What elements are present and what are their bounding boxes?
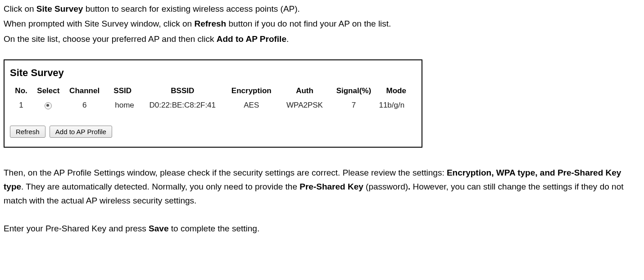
col-header-bssid: BSSID bbox=[141, 84, 225, 98]
spacer bbox=[4, 209, 640, 221]
col-header-select: Select bbox=[32, 84, 64, 98]
instruction-paragraph-3: Enter your Pre-Shared Key and press Save… bbox=[4, 221, 640, 235]
col-header-ssid: SSID bbox=[105, 84, 141, 98]
instruction-line-3: On the site list, choose your preferred … bbox=[4, 32, 640, 46]
col-header-no: No. bbox=[10, 84, 32, 98]
text: . bbox=[286, 34, 289, 44]
instruction-paragraph-2: Then, on the AP Profile Settings window,… bbox=[4, 166, 640, 208]
table-header-row: No. Select Channel SSID BSSID Encryption… bbox=[10, 84, 416, 98]
cell-ssid: home bbox=[105, 98, 141, 113]
text-bold: Add to AP Profile bbox=[217, 34, 286, 44]
site-survey-table: No. Select Channel SSID BSSID Encryption… bbox=[10, 84, 416, 113]
text: button to search for existing wireless a… bbox=[83, 4, 300, 14]
text-bold: Pre-Shared Key bbox=[299, 182, 363, 191]
col-header-mode: Mode bbox=[376, 84, 416, 98]
cell-signal: 7 bbox=[331, 98, 376, 113]
col-header-signal: Signal(%) bbox=[331, 84, 376, 98]
text: (password) bbox=[363, 182, 408, 191]
col-header-encryption: Encryption bbox=[225, 84, 278, 98]
text-bold: Refresh bbox=[194, 19, 226, 28]
cell-encryption: AES bbox=[225, 98, 278, 113]
cell-select bbox=[32, 98, 64, 113]
text: . They are automatically detected. Norma… bbox=[21, 182, 299, 191]
refresh-button[interactable]: Refresh bbox=[10, 126, 45, 138]
text: button if you do not find your AP on the… bbox=[226, 19, 391, 28]
text-bold: Site Survey bbox=[36, 4, 83, 14]
col-header-auth: Auth bbox=[278, 84, 331, 98]
add-to-ap-profile-button[interactable]: Add to AP Profile bbox=[50, 126, 112, 138]
text: On the site list, choose your preferred … bbox=[4, 34, 217, 44]
cell-mode: 11b/g/n bbox=[376, 98, 416, 113]
instruction-line-1: Click on Site Survey button to search fo… bbox=[4, 2, 640, 16]
cell-auth: WPA2PSK bbox=[278, 98, 331, 113]
site-survey-title: Site Survey bbox=[10, 65, 416, 81]
table-row: 1 6 home D0:22:BE:C8:2F:41 AES WPA2PSK 7… bbox=[10, 98, 416, 113]
col-header-channel: Channel bbox=[64, 84, 105, 98]
cell-channel: 6 bbox=[64, 98, 105, 113]
text: When prompted with Site Survey window, c… bbox=[4, 19, 194, 28]
text-bold: Save bbox=[149, 224, 168, 233]
text: Enter your Pre-Shared Key and press bbox=[4, 224, 149, 233]
text: Click on bbox=[4, 4, 36, 14]
cell-no: 1 bbox=[10, 98, 32, 113]
instruction-line-2: When prompted with Site Survey window, c… bbox=[4, 17, 640, 31]
button-row: Refresh Add to AP Profile bbox=[10, 124, 416, 138]
site-survey-panel: Site Survey No. Select Channel SSID BSSI… bbox=[4, 59, 422, 148]
text: Then, on the AP Profile Settings window,… bbox=[4, 168, 447, 177]
select-radio[interactable] bbox=[45, 102, 52, 109]
text: to complete the setting. bbox=[168, 224, 259, 233]
cell-bssid: D0:22:BE:C8:2F:41 bbox=[141, 98, 225, 113]
